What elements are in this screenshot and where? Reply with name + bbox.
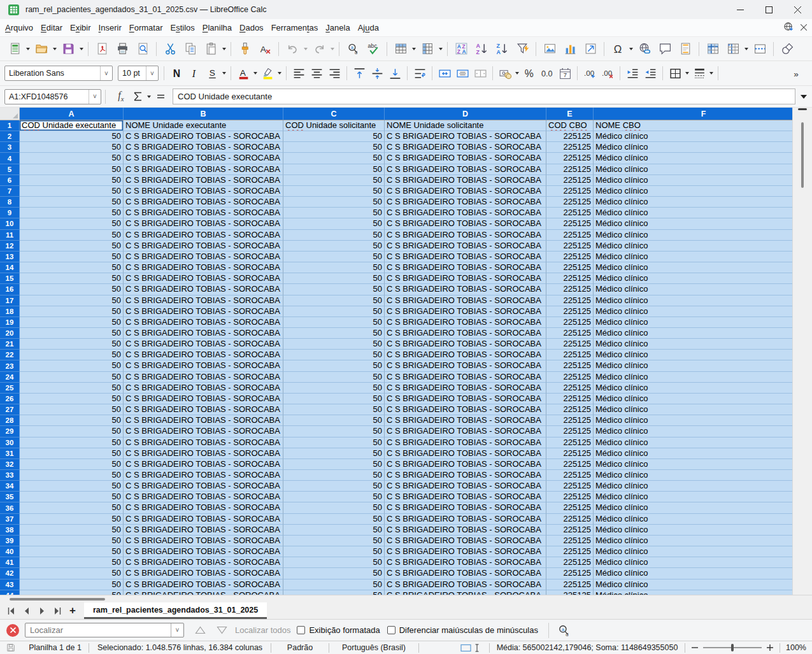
cell-A44[interactable]: 50 [20,590,124,595]
font-size-combo[interactable]: 10 pt ˅ [118,66,159,81]
cell-E33[interactable]: 225125 [546,470,594,481]
cell-E28[interactable]: 225125 [546,415,594,426]
cell-A27[interactable]: 50 [20,404,124,415]
cell-F22[interactable]: Médico clínico [594,350,792,360]
cell-F13[interactable]: Médico clínico [594,252,792,262]
cell-D15[interactable]: C S BRIGADEIRO TOBIAS - SOROCABA [385,273,546,284]
align-vcenter-icon[interactable] [368,64,386,82]
align-center-icon[interactable] [308,64,325,82]
cell-D27[interactable]: C S BRIGADEIRO TOBIAS - SOROCABA [385,404,546,415]
border-style-icon[interactable] [690,64,708,82]
cell-E24[interactable]: 225125 [546,372,594,383]
autofilter-icon[interactable] [512,40,532,58]
align-right-icon[interactable] [325,64,343,82]
cell-E9[interactable]: 225125 [546,208,594,218]
cell-A7[interactable]: 50 [20,186,124,197]
cell-B36[interactable]: C S BRIGADEIRO TOBIAS - SOROCABA [124,502,283,513]
zoom-in-icon[interactable] [767,644,773,651]
vertical-scrollbar-thumb[interactable] [801,122,804,188]
cell-C23[interactable]: 50 [283,360,385,371]
cell-B7[interactable]: C S BRIGADEIRO TOBIAS - SOROCABA [124,186,283,197]
cell-B44[interactable]: C S BRIGADEIRO TOBIAS - SOROCABA [124,590,283,595]
cell-D40[interactable]: C S BRIGADEIRO TOBIAS - SOROCABA [385,546,546,557]
merge-center-icon[interactable] [453,64,471,82]
cell-F25[interactable]: Médico clínico [594,383,792,394]
cell-E22[interactable]: 225125 [546,350,594,360]
borders-dropdown-icon[interactable] [684,64,690,82]
cell-F8[interactable]: Médico clínico [594,197,792,208]
vertical-scrollbar[interactable] [792,108,812,595]
cell-E20[interactable]: 225125 [546,328,594,339]
menu-janela[interactable]: Janela [322,21,353,35]
bold-icon[interactable]: N [167,64,185,82]
cell-A40[interactable]: 50 [20,546,124,557]
insert-row-icon[interactable] [390,40,411,58]
row-header-37[interactable]: 37 [0,514,20,525]
selection-mode-status[interactable] [456,641,489,654]
export-pdf-icon[interactable] [92,40,112,58]
function-wizard-icon[interactable]: fx [113,89,129,105]
cell-A18[interactable]: 50 [20,306,124,317]
row-header-28[interactable]: 28 [0,415,20,426]
cell-C31[interactable]: 50 [283,448,385,459]
cell-D14[interactable]: C S BRIGADEIRO TOBIAS - SOROCABA [385,262,546,273]
cell-A14[interactable]: 50 [20,262,124,273]
cell-C6[interactable]: 50 [283,175,385,186]
cell-D31[interactable]: C S BRIGADEIRO TOBIAS - SOROCABA [385,448,546,459]
cell-E44[interactable]: 225125 [546,590,594,595]
horizontal-scrollbar[interactable] [0,595,812,602]
cell-E11[interactable]: 225125 [546,230,594,241]
cell-A30[interactable]: 50 [20,437,124,448]
cell-D18[interactable]: C S BRIGADEIRO TOBIAS - SOROCABA [385,306,546,317]
statistics-status[interactable]: Média: 565002142,179046; Soma: 114864935… [490,641,685,654]
column-header-D[interactable]: D [385,108,546,120]
find-all-button[interactable]: Localizar todos [235,625,290,635]
cell-A2[interactable]: 50 [20,131,124,142]
cell-B22[interactable]: C S BRIGADEIRO TOBIAS - SOROCABA [124,350,283,360]
insert-column-dropdown-icon[interactable] [438,40,444,58]
cell-C43[interactable]: 50 [283,579,385,590]
cell-F24[interactable]: Médico clínico [594,372,792,383]
cell-B29[interactable]: C S BRIGADEIRO TOBIAS - SOROCABA [124,426,283,437]
horizontal-scrollbar-thumb[interactable] [10,598,105,601]
cell-A35[interactable]: 50 [20,492,124,502]
cell-E23[interactable]: 225125 [546,360,594,371]
row-header-34[interactable]: 34 [0,481,20,492]
cell-A33[interactable]: 50 [20,470,124,481]
cell-F34[interactable]: Médico clínico [594,481,792,492]
cell-C8[interactable]: 50 [283,197,385,208]
cell-A39[interactable]: 50 [20,536,124,546]
row-header-15[interactable]: 15 [0,273,20,284]
format-percent-icon[interactable]: % [520,64,538,82]
cell-D16[interactable]: C S BRIGADEIRO TOBIAS - SOROCABA [385,284,546,295]
save-dropdown-icon[interactable] [78,40,85,58]
cell-C11[interactable]: 50 [283,230,385,241]
cell-D17[interactable]: C S BRIGADEIRO TOBIAS - SOROCABA [385,295,546,306]
cell-F15[interactable]: Médico clínico [594,273,792,284]
row-header-19[interactable]: 19 [0,317,20,328]
cell-E31[interactable]: 225125 [546,448,594,459]
cell-D24[interactable]: C S BRIGADEIRO TOBIAS - SOROCABA [385,372,546,383]
cell-D1[interactable]: NOME Unidade solicitante [385,120,546,131]
cell-D7[interactable]: C S BRIGADEIRO TOBIAS - SOROCABA [385,186,546,197]
menu-dados[interactable]: Dados [236,21,267,35]
menu-planilha[interactable]: Planilha [199,21,236,35]
menu-formatar[interactable]: Formatar [125,21,167,35]
cell-B5[interactable]: C S BRIGADEIRO TOBIAS - SOROCABA [124,164,283,175]
zoom-slider-thumb[interactable] [731,644,734,651]
cell-F43[interactable]: Médico clínico [594,579,792,590]
close-button[interactable] [783,0,812,19]
row-header-36[interactable]: 36 [0,502,20,513]
cell-A43[interactable]: 50 [20,579,124,590]
cell-B10[interactable]: C S BRIGADEIRO TOBIAS - SOROCABA [124,218,283,229]
row-header-44[interactable]: 44 [0,590,20,595]
cell-C39[interactable]: 50 [283,536,385,546]
cell-D25[interactable]: C S BRIGADEIRO TOBIAS - SOROCABA [385,383,546,394]
cell-A32[interactable]: 50 [20,459,124,470]
sheet-tab[interactable]: ram_rel_pacientes_agendados_31_01_2025 [84,602,267,619]
row-header-22[interactable]: 22 [0,350,20,360]
cell-E2[interactable]: 225125 [546,131,594,142]
cell-D29[interactable]: C S BRIGADEIRO TOBIAS - SOROCABA [385,426,546,437]
find-input[interactable]: Localizar ˅ [25,623,184,637]
cell-B30[interactable]: C S BRIGADEIRO TOBIAS - SOROCABA [124,437,283,448]
